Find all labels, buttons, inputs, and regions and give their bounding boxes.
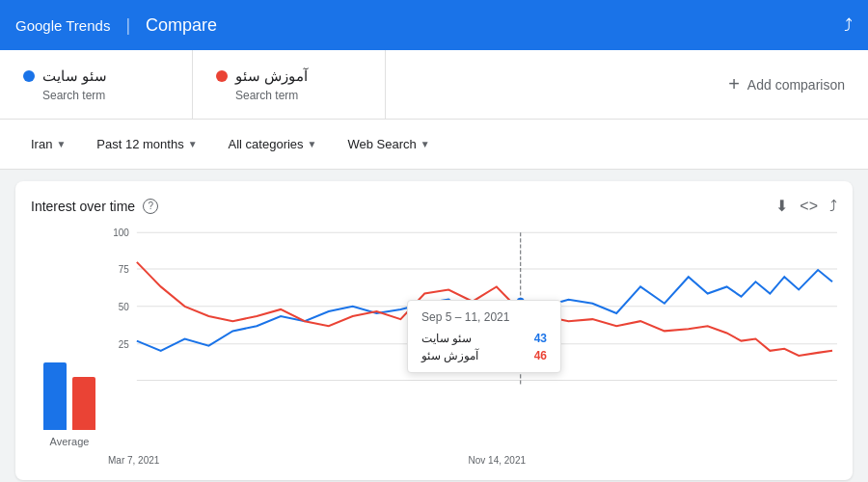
tooltip-term-2: آموزش سئو xyxy=(421,349,478,362)
divider: | xyxy=(125,15,130,36)
chart-share-icon[interactable]: ⤴ xyxy=(829,198,837,215)
time-label: Past 12 months xyxy=(96,137,183,151)
tooltip-val-2: 46 xyxy=(534,349,547,362)
term-2-name-row: آموزش سئو xyxy=(216,67,362,85)
search-type-filter[interactable]: Web Search ▼ xyxy=(337,131,442,157)
tooltip-val-1: 43 xyxy=(534,332,547,345)
download-icon[interactable]: ⬇ xyxy=(775,197,788,215)
search-type-chevron-icon: ▼ xyxy=(420,139,430,149)
chart-tooltip: Sep 5 – 11, 2021 سئو سایت 43 آموزش سئو 4… xyxy=(407,300,561,373)
embed-icon[interactable]: <> xyxy=(800,198,818,215)
chart-title: Interest over time xyxy=(31,199,135,214)
help-icon[interactable]: ? xyxy=(143,199,158,214)
svg-text:75: 75 xyxy=(119,264,129,275)
share-icon[interactable]: ⤴ xyxy=(844,15,853,36)
tooltip-term-1: سئو سایت xyxy=(421,332,472,345)
category-chevron-icon: ▼ xyxy=(308,139,317,149)
category-label: All categories xyxy=(229,137,304,151)
term-1-name: سئو سایت xyxy=(42,67,107,85)
add-comparison-button[interactable]: + Add comparison xyxy=(705,50,868,119)
main-content: Interest over time ? ⬇ <> ⤴ Average xyxy=(0,170,868,482)
chart-title-row: Interest over time ? xyxy=(31,199,158,214)
tooltip-row-1: سئو سایت 43 xyxy=(421,332,547,345)
page-title: Compare xyxy=(146,15,217,36)
chart-actions: ⬇ <> ⤴ xyxy=(775,197,837,215)
app-header: Google Trends | Compare ⤴ xyxy=(0,0,868,50)
x-label-mid: Nov 14, 2021 xyxy=(469,455,527,466)
mini-chart-label: Average xyxy=(50,436,90,447)
term-1-type: Search term xyxy=(23,89,169,102)
x-labels: Mar 7, 2021 Nov 14, 2021 . xyxy=(108,455,837,466)
svg-text:50: 50 xyxy=(119,302,129,312)
region-chevron-icon: ▼ xyxy=(56,139,66,149)
header-left: Google Trends | Compare xyxy=(15,15,217,36)
search-type-label: Web Search xyxy=(348,137,417,151)
mini-bar-red xyxy=(72,377,95,430)
google-trends-logo: Google Trends xyxy=(15,17,110,34)
term-2-dot xyxy=(216,70,228,82)
term-1-dot xyxy=(23,70,35,82)
term-2[interactable]: آموزش سئو Search term xyxy=(193,50,386,119)
mini-chart: Average xyxy=(31,223,108,469)
svg-text:100: 100 xyxy=(113,228,129,238)
interest-over-time-card: Interest over time ? ⬇ <> ⤴ Average xyxy=(15,181,853,480)
plus-icon: + xyxy=(728,73,740,95)
term-1-name-row: سئو سایت xyxy=(23,67,169,85)
add-comparison-label: Add comparison xyxy=(747,77,845,93)
mini-bar-blue xyxy=(43,362,67,430)
filters-bar: Iran ▼ Past 12 months ▼ All categories ▼… xyxy=(0,120,868,170)
term-2-type: Search term xyxy=(216,89,362,102)
svg-text:25: 25 xyxy=(119,339,129,350)
mini-bars xyxy=(43,353,95,430)
terms-bar: سئو سایت Search term آموزش سئو Search te… xyxy=(0,50,868,120)
term-2-name: آموزش سئو xyxy=(235,67,308,85)
tooltip-row-2: آموزش سئو 46 xyxy=(421,349,547,362)
category-filter[interactable]: All categories ▼ xyxy=(217,131,329,157)
logo-text: Google Trends xyxy=(15,17,110,34)
chart-area: Average 100 75 50 25 xyxy=(31,223,837,469)
time-chevron-icon: ▼ xyxy=(188,139,198,149)
chart-header: Interest over time ? ⬇ <> ⤴ xyxy=(31,197,837,215)
x-label-start: Mar 7, 2021 xyxy=(108,455,159,466)
region-label: Iran xyxy=(31,137,52,151)
term-1[interactable]: سئو سایت Search term xyxy=(0,50,193,119)
tooltip-date: Sep 5 – 11, 2021 xyxy=(421,310,547,324)
line-chart-container: 100 75 50 25 Mar 7, xyxy=(108,223,837,469)
time-filter[interactable]: Past 12 months ▼ xyxy=(85,131,208,157)
region-filter[interactable]: Iran ▼ xyxy=(19,131,77,157)
